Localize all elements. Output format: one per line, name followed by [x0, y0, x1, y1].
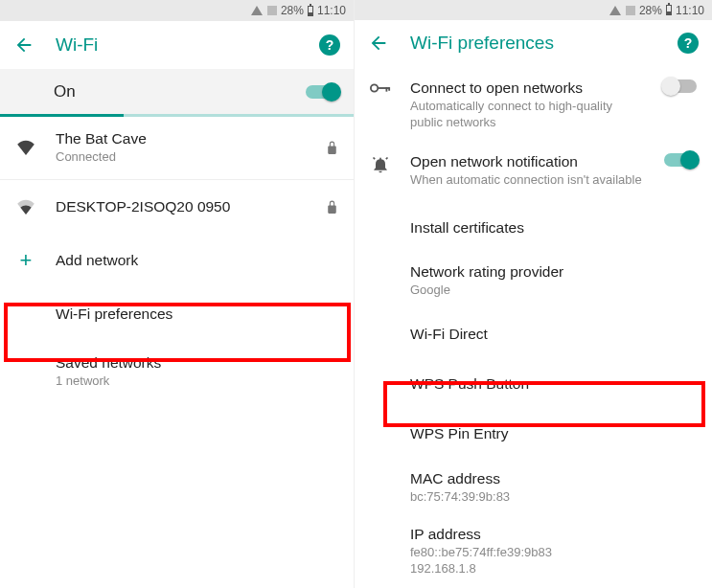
battery-percent: 28% — [281, 4, 304, 17]
svg-rect-2 — [386, 87, 388, 92]
add-network-label: Add network — [56, 252, 338, 269]
pref-sub: Google — [410, 283, 697, 299]
svg-rect-1 — [378, 87, 389, 89]
pref-title: IP address — [410, 526, 697, 543]
saved-networks-label: Saved networks — [56, 354, 338, 372]
pref-title: MAC address — [410, 470, 697, 487]
battery-icon — [666, 5, 672, 15]
wifi-preferences-label: Wi-Fi preferences — [56, 305, 338, 323]
pref-wps-pin-entry[interactable]: WPS Pin Entry — [355, 409, 712, 459]
wifi-strength-icon — [15, 140, 36, 155]
wifi-signal-icon — [251, 6, 263, 15]
battery-percent: 28% — [639, 4, 662, 17]
wifi-status: Connected — [56, 149, 307, 166]
pref-title: WPS Push Button — [410, 375, 697, 393]
svg-rect-3 — [388, 87, 390, 91]
plus-icon: + — [15, 250, 36, 271]
status-bar: 28% 11:10 — [0, 0, 354, 21]
pref-title: Wi-Fi Direct — [410, 326, 697, 343]
help-icon[interactable]: ? — [319, 34, 340, 56]
page-title: Wi-Fi — [56, 34, 298, 56]
wifi-state-label: On — [54, 82, 306, 102]
toggle-connect-open[interactable] — [664, 79, 697, 93]
back-arrow-icon[interactable] — [13, 34, 34, 56]
wifi-network-row[interactable]: The Bat Cave Connected — [0, 117, 354, 179]
bell-icon — [370, 155, 391, 174]
screen-wifi-preferences: 28% 11:10 Wi-Fi preferences ? Connect to… — [355, 0, 712, 588]
page-title: Wi-Fi preferences — [410, 33, 656, 54]
key-icon — [370, 81, 391, 95]
battery-icon — [308, 6, 313, 16]
wifi-ssid: The Bat Cave — [56, 130, 307, 147]
wifi-strength-icon — [15, 199, 36, 215]
wifi-network-row[interactable]: DESKTOP-2ISOQ20 0950 — [0, 180, 354, 234]
pref-title: WPS Pin Entry — [410, 425, 697, 442]
pref-connect-open-networks[interactable]: Connect to open networks Automatically c… — [355, 66, 712, 140]
add-network-row[interactable]: + Add network — [0, 234, 354, 287]
clock: 11:10 — [317, 4, 346, 17]
pref-title: Open network notification — [410, 153, 645, 170]
pref-wifi-direct[interactable]: Wi-Fi Direct — [355, 309, 712, 359]
pref-title: Network rating provider — [410, 263, 697, 281]
pref-wps-push-button[interactable]: WPS Push Button — [355, 359, 712, 409]
pref-sub: When automatic connection isn't availabl… — [410, 172, 645, 189]
pref-sub: bc:75:74:39:9b:83 — [410, 489, 697, 506]
toggle-open-notification[interactable] — [664, 153, 697, 167]
screen-wifi: 28% 11:10 Wi-Fi ? On The Bat Cave Connec… — [0, 0, 355, 588]
pref-sub: Automatically connect to high-quality pu… — [410, 99, 645, 131]
lock-icon — [326, 140, 338, 155]
wifi-ssid: DESKTOP-2ISOQ20 0950 — [56, 198, 307, 215]
wifi-master-toggle[interactable] — [306, 85, 338, 99]
svg-point-0 — [371, 84, 378, 91]
clock: 11:10 — [676, 4, 704, 17]
pref-open-network-notification[interactable]: Open network notification When automatic… — [355, 140, 712, 203]
pref-ip-address: IP address fe80::be75:74ff:fe39:9b83 192… — [355, 516, 712, 588]
pref-install-certificates[interactable]: Install certificates — [355, 203, 712, 253]
wifi-master-toggle-row[interactable]: On — [0, 69, 354, 117]
saved-networks-sub: 1 network — [56, 373, 338, 390]
app-bar: Wi-Fi ? — [0, 21, 354, 69]
sim-icon — [267, 6, 277, 15]
help-icon[interactable]: ? — [678, 33, 699, 54]
lock-icon — [326, 199, 338, 215]
wifi-preferences-row[interactable]: Wi-Fi preferences — [0, 287, 354, 341]
app-bar: Wi-Fi preferences ? — [355, 20, 712, 66]
pref-title: Connect to open networks — [410, 79, 645, 97]
pref-title: Install certificates — [410, 219, 697, 237]
back-arrow-icon[interactable] — [368, 33, 389, 54]
wifi-signal-icon — [609, 6, 621, 15]
sim-icon — [626, 6, 635, 15]
pref-network-rating-provider[interactable]: Network rating provider Google — [355, 253, 712, 309]
pref-mac-address: MAC address bc:75:74:39:9b:83 — [355, 459, 712, 515]
status-bar: 28% 11:10 — [355, 0, 712, 20]
pref-sub: fe80::be75:74ff:fe39:9b83 192.168.1.8 — [410, 545, 697, 577]
saved-networks-row[interactable]: Saved networks 1 network — [0, 341, 354, 403]
